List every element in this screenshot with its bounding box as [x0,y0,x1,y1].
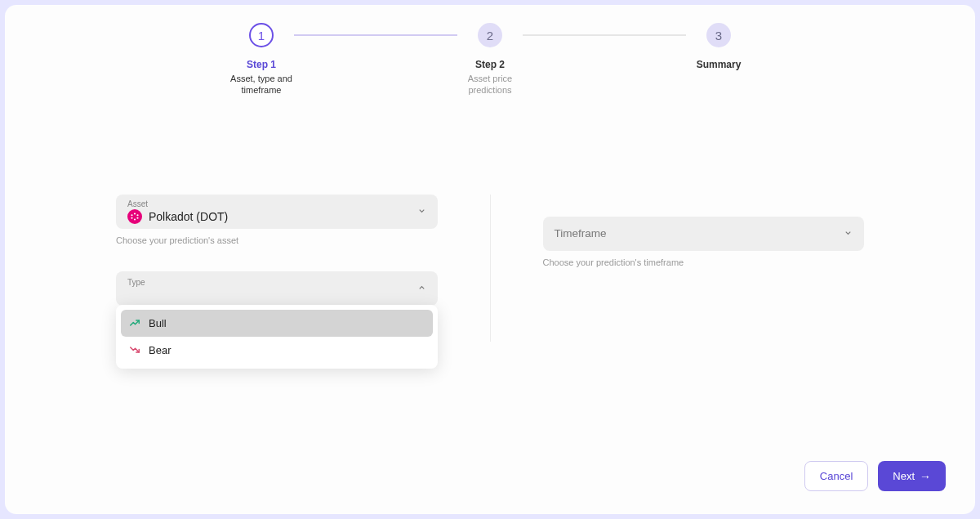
asset-select-label: Asset [127,199,426,208]
svg-point-2 [131,214,132,216]
type-field-group: Type Bull [116,271,438,306]
step-circle-1: 1 [249,23,274,47]
chevron-down-icon [417,206,426,217]
svg-point-3 [136,214,138,216]
chevron-down-icon [844,228,853,239]
arrow-right-icon: → [920,470,931,483]
step-connector-1 [294,34,457,36]
step-title-2: Step 2 [475,59,505,70]
type-option-bear[interactable]: Bear [121,337,433,364]
type-select[interactable]: Type [116,271,438,306]
step-title-3: Summary [697,59,742,70]
asset-helper-text: Choose your prediction's asset [116,235,438,245]
step-3[interactable]: 3 Summary [686,23,751,70]
svg-point-4 [131,217,132,218]
asset-select-value: Polkadot (DOT) [149,210,228,223]
next-button-label: Next [893,470,915,482]
trend-up-icon [129,317,140,329]
step-connector-2 [523,34,686,36]
svg-point-0 [134,213,136,214]
form-right-column: Timeframe Choose your prediction's timef… [491,195,865,342]
polkadot-icon [127,209,142,224]
chevron-up-icon [417,283,426,293]
svg-point-5 [136,217,138,218]
step-subtitle-1: Asset, type and timeframe [229,73,294,96]
svg-point-1 [134,218,136,220]
step-title-1: Step 1 [247,59,276,70]
step-circle-3: 3 [706,23,731,47]
trend-down-icon [129,344,140,356]
cancel-button-label: Cancel [820,470,853,482]
type-dropdown-panel: Bull Bear [116,305,438,369]
asset-select[interactable]: Asset Polkadot (DOT) [116,195,438,229]
type-option-bull[interactable]: Bull [121,310,433,337]
timeframe-placeholder: Timeframe [555,227,853,239]
timeframe-helper-text: Choose your prediction's timeframe [543,257,865,267]
step-subtitle-2: Asset price predictions [457,73,523,96]
step-1[interactable]: 1 Step 1 Asset, type and timeframe [229,23,294,96]
type-select-label: Type [127,278,426,287]
wizard-footer: Cancel Next → [804,461,946,491]
asset-field-group: Asset Polkadot (DOT) Choose your predict… [116,195,438,245]
step-circle-2: 2 [478,23,502,47]
type-option-bull-label: Bull [149,317,167,329]
form-area: Asset Polkadot (DOT) Choose your predict… [34,195,946,342]
form-left-column: Asset Polkadot (DOT) Choose your predict… [116,195,491,342]
type-option-bear-label: Bear [149,344,171,356]
timeframe-field-group: Timeframe Choose your prediction's timef… [543,217,865,267]
stepper: 1 Step 1 Asset, type and timeframe 2 Ste… [229,23,751,96]
wizard-card: 1 Step 1 Asset, type and timeframe 2 Ste… [5,5,975,514]
cancel-button[interactable]: Cancel [804,461,868,491]
next-button[interactable]: Next → [878,461,946,491]
timeframe-select[interactable]: Timeframe [543,217,865,251]
step-2[interactable]: 2 Step 2 Asset price predictions [457,23,523,96]
